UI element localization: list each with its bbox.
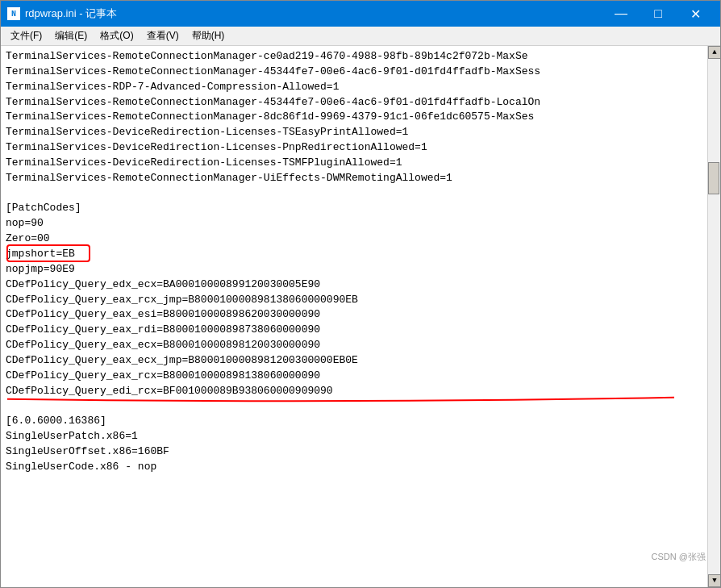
text-line: TerminalServices-RemoteConnectionManager… [6, 65, 702, 80]
text-line: jmpshort=EB [6, 247, 702, 262]
minimize-button[interactable]: — [602, 1, 640, 27]
text-line: TerminalServices-DeviceRedirection-Licen… [6, 125, 702, 140]
text-line: Zero=00 [6, 231, 702, 247]
text-line: nop=90 [6, 216, 702, 231]
text-line: SingleUserOffset.x86=160BF [6, 444, 702, 460]
text-line: TerminalServices-DeviceRedirection-Licen… [6, 140, 702, 156]
maximize-button[interactable]: □ [640, 1, 677, 27]
scroll-thumb[interactable] [708, 162, 719, 194]
scroll-up-button[interactable]: ▲ [708, 46, 720, 59]
text-line: TerminalServices-RemoteConnectionManager… [6, 49, 702, 65]
text-line: CDefPolicy_Query_eax_rcx=B80001000089813… [6, 369, 702, 384]
text-line: [6.0.6000.16386] [6, 414, 702, 429]
text-editor[interactable]: TerminalServices-RemoteConnectionManager… [1, 46, 707, 587]
text-line: TerminalServices-RDP-7-Advanced-Compress… [6, 80, 702, 95]
menu-view[interactable]: 查看(V) [140, 27, 185, 44]
close-button[interactable]: ✕ [677, 1, 714, 27]
text-line: CDefPolicy_Query_edx_ecx=BA0001000089912… [6, 277, 702, 293]
menu-edit[interactable]: 编辑(E) [48, 27, 94, 44]
text-line: TerminalServices-RemoteConnectionManager… [6, 171, 702, 186]
text-line: TerminalServices-RemoteConnectionManager… [6, 95, 702, 111]
menu-help[interactable]: 帮助(H) [185, 27, 231, 44]
window: N rdpwrap.ini - 记事本 — □ ✕ 文件(F) 编辑(E) 格式… [0, 0, 721, 588]
text-line: CDefPolicy_Query_edi_rcx=BF001000089B938… [6, 384, 702, 399]
text-line: TerminalServices-RemoteConnectionManager… [6, 110, 702, 125]
vertical-scrollbar[interactable]: ▲ ▼ [707, 46, 720, 587]
text-line: TerminalServices-DeviceRedirection-Licen… [6, 156, 702, 171]
text-line: CDefPolicy_Query_eax_esi=B80001000089862… [6, 307, 702, 323]
text-line: [PatchCodes] [6, 201, 702, 216]
text-line: CDefPolicy_Query_eax_ecx=B80001000089812… [6, 338, 702, 353]
title-bar: N rdpwrap.ini - 记事本 — □ ✕ [1, 1, 720, 27]
text-line: CDefPolicy_Query_eax_rcx_jmp=B8000100008… [6, 293, 702, 308]
text-line [6, 398, 702, 414]
window-controls: — □ ✕ [602, 1, 714, 27]
text-line [6, 186, 702, 202]
scroll-down-button[interactable]: ▼ [708, 574, 720, 587]
menu-format[interactable]: 格式(O) [94, 27, 140, 44]
menu-bar: 文件(F) 编辑(E) 格式(O) 查看(V) 帮助(H) [1, 27, 720, 46]
app-icon: N [7, 7, 20, 20]
text-line: SingleUserPatch.x86=1 [6, 429, 702, 444]
text-line: nopjmp=90E9 [6, 262, 702, 277]
text-line: CDefPolicy_Query_eax_rdi=B80001000089873… [6, 323, 702, 338]
scroll-track[interactable] [708, 59, 720, 574]
text-line: CDefPolicy_Query_eax_ecx_jmp=B8000100008… [6, 353, 702, 369]
content-area: TerminalServices-RemoteConnectionManager… [1, 46, 720, 587]
window-title: rdpwrap.ini - 记事本 [25, 6, 602, 21]
menu-file[interactable]: 文件(F) [4, 27, 48, 44]
text-line: SingleUserCode.x86 - nop [6, 460, 702, 475]
